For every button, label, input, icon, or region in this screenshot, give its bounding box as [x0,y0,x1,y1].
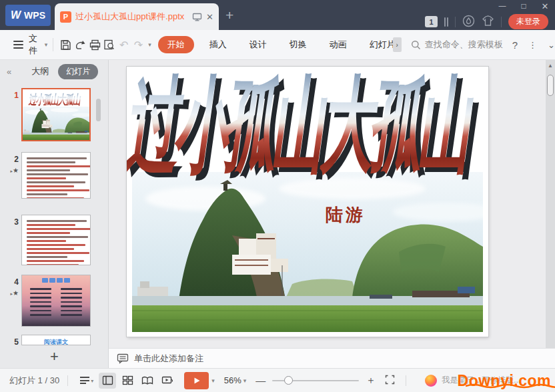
thumb-text-line [27,169,70,171]
thumb-text-line [61,310,82,312]
watermark-wave [466,383,555,389]
more-options-icon[interactable]: ⋮ [528,40,537,50]
thumb-text-line [27,177,66,179]
ribbon-far-right: ? ⋮ ⌄ [512,39,555,51]
minimize-icon[interactable]: — [498,1,507,11]
divider [67,375,68,386]
panel-header: « 大纲 幻灯片 [0,60,108,83]
scroll-up-icon[interactable]: ▲ [548,63,553,69]
thumb-title-art: 过小孤山大孤山 [21,91,89,109]
tab-outline[interactable]: 大纲 [31,65,49,77]
document-tab[interactable]: P 过小孤山大孤山ppt课件.pptx ✕ [55,3,219,30]
view-normal-button[interactable] [99,373,116,389]
tab-animation[interactable]: 动画 [318,36,358,53]
fit-to-window-button[interactable] [385,375,395,387]
login-button[interactable]: 未登录 [508,14,548,29]
view-sorter-button[interactable] [119,373,136,389]
slide-thumbnail-3[interactable] [21,215,91,265]
export-pdf-button[interactable] [73,36,88,53]
toolbar-options-chevron-icon[interactable]: ▾ [148,41,151,48]
mountain-photo[interactable] [132,172,483,332]
tab-home[interactable]: 开始 [158,36,194,53]
add-slide-button[interactable]: + [0,345,109,368]
zoom-out-button[interactable]: — [255,375,265,386]
redo-button[interactable]: ↷ [131,36,146,53]
thumb-text-line [27,236,88,238]
slide-counter: 幻灯片 1 / 30 [9,375,59,387]
slide-author-text[interactable]: 陆游 [326,203,366,227]
collapse-panel-icon[interactable]: « [7,67,10,77]
thumb-text-line [27,161,75,163]
close-icon[interactable]: ✕ [540,1,550,11]
zoom-slider-knob[interactable] [284,376,293,385]
thumb-text-line [27,193,67,195]
wps-menu-button[interactable]: W WPS [5,5,51,26]
thumb-text-line [30,305,51,307]
window-stack-icon[interactable] [444,17,448,27]
tab-insert[interactable]: 插入 [198,36,238,53]
file-menu[interactable]: 文件 ▾ [0,33,47,57]
panel-scrollbar-thumb[interactable] [96,99,101,121]
command-search-box[interactable]: 查找命令、搜索模板 [411,39,503,51]
canvas-scrollbar[interactable]: ▲ [546,60,555,348]
print-button[interactable] [87,36,102,53]
slide-thumbnail-2[interactable] [21,152,91,199]
view-slideshow-button[interactable] [159,373,176,389]
play-options-chevron-icon[interactable]: ▾ [211,377,215,384]
print-preview-button[interactable] [102,36,117,53]
slide-panel: « 大纲 幻灯片 1 过小孤山大孤山 2 ▸★ 3 [0,60,109,368]
zoom-slider[interactable] [272,380,359,381]
new-tab-button[interactable]: + [225,7,233,23]
thumb-text-line [27,157,87,159]
play-slideshow-button[interactable] [184,372,209,389]
thumb-text-line [27,260,84,262]
maximize-icon[interactable]: □ [519,1,528,11]
animation-star-icon: ▸★ [5,167,19,174]
slide-thumbnail-4[interactable] [21,275,91,327]
thumb-text-line [27,232,70,234]
slide-thumbnail-5[interactable]: 阅读课文 [21,335,91,345]
tab-slideshow[interactable]: 幻灯片放 [358,36,393,53]
slide-number: 4 [5,277,19,287]
thumb-text-line [27,252,89,254]
view-reading-button[interactable] [139,373,156,389]
slide-1-editor[interactable]: 过小孤山大孤山 过小孤山大孤山 陆游 [127,67,488,337]
ppt-file-icon: P [60,11,71,23]
thumb-text-line [30,293,51,295]
tab-slides[interactable]: 幻灯片 [58,64,98,79]
help-icon[interactable]: ? [512,39,518,51]
zoom-in-button[interactable]: ＋ [366,374,376,387]
window-count-badge[interactable]: 1 [425,16,438,27]
tab-design[interactable]: 设计 [238,36,278,53]
divider [501,17,502,27]
document-tab-title: 过小孤山大孤山ppt课件.pptx [75,11,188,23]
tab-transition[interactable]: 切换 [278,36,318,53]
chevron-down-icon: ▾ [45,41,48,48]
canvas-scrollbar-thumb[interactable] [547,75,554,96]
present-monitor-icon[interactable] [192,13,202,21]
thumb-text-line [61,301,82,303]
flame-member-icon[interactable] [462,15,475,29]
slide-title-wordart[interactable]: 过小孤山大孤山 过小孤山大孤山 [127,71,488,180]
thumb-text-line [27,185,74,187]
thumb-text-line [27,224,75,226]
slide-thumbnail-1[interactable]: 过小孤山大孤山 [21,88,91,141]
slide-number: 5 [5,337,19,345]
status-bar: 幻灯片 1 / 30 ▾ ▾ 56% ▾ — ＋ [0,368,555,392]
skin-tshirt-icon[interactable] [482,15,494,29]
notes-bar[interactable]: 单击此处添加备注 [109,348,555,368]
zoom-level[interactable]: 56% [224,375,241,385]
thumb-text-line [27,240,66,242]
slide-thumb-row-5: 5 阅读课文 [0,333,109,345]
undo-button[interactable]: ↶ [117,36,131,53]
tabs-scroll-right-icon[interactable]: › [393,37,402,52]
collapse-ribbon-chevron-icon[interactable]: ⌄ [548,40,555,50]
wordart-face: 过小孤山大孤山 [127,71,488,180]
thumb-text-line [27,197,84,199]
notes-toggle-button[interactable]: ▾ [80,377,93,384]
save-button[interactable] [59,36,73,53]
thumb-text-line [30,301,51,303]
thumb-text-line [27,173,88,175]
zoom-chevron-icon[interactable]: ▾ [243,377,247,384]
tab-close-icon[interactable]: ✕ [206,12,213,22]
